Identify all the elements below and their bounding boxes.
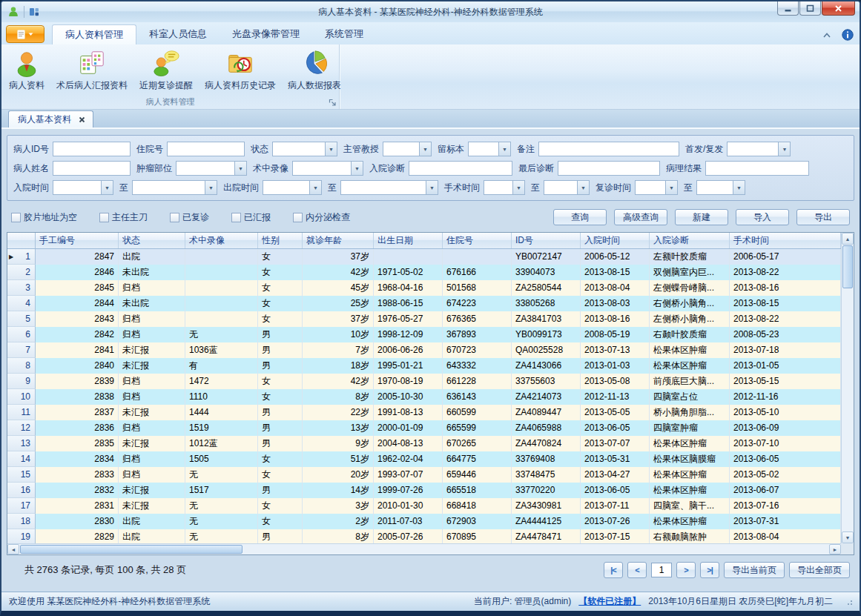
row-header[interactable]: 10 bbox=[7, 389, 36, 405]
table-row[interactable]: 42844未出院女25岁1988-06-15674223338052682013… bbox=[7, 296, 841, 311]
column-header-admit_diagnosis[interactable]: 入院诊断 bbox=[650, 233, 730, 248]
filter-surgery_video-select[interactable]: ▼ bbox=[292, 161, 363, 176]
dropdown-arrow-icon[interactable]: ▼ bbox=[419, 142, 431, 156]
title-bar[interactable]: 病人基本资料 - 某某医院神经外科-神经外科数据管理系统 bbox=[1, 1, 860, 22]
table-row[interactable]: 22846未出院女42岁1971-05-02676166339040732013… bbox=[7, 265, 841, 280]
dropdown-arrow-icon[interactable]: ▼ bbox=[498, 142, 510, 156]
filter-first_recur-select[interactable]: ▼ bbox=[727, 142, 791, 156]
dropdown-arrow-icon[interactable]: ▼ bbox=[577, 181, 589, 194]
ribbon-button-data-report[interactable]: 病人数据报表 bbox=[282, 46, 347, 93]
document-tab-active[interactable]: 病人基本资料 bbox=[8, 110, 93, 127]
dropdown-arrow-icon[interactable]: ▼ bbox=[101, 181, 113, 194]
export-all-pages-button[interactable]: 导出全部页 bbox=[789, 562, 850, 578]
dropdown-arrow-icon[interactable]: ▼ bbox=[733, 181, 745, 194]
dropdown-arrow-icon[interactable]: ▼ bbox=[778, 142, 790, 156]
column-header-gender[interactable]: 性别 bbox=[258, 233, 303, 248]
row-header[interactable]: 3 bbox=[7, 280, 36, 296]
filter-remark-input[interactable] bbox=[538, 142, 679, 156]
ribbon-tab[interactable]: 光盘录像带管理 bbox=[220, 24, 312, 44]
table-row[interactable]: 82840未汇报有男18岁1995-01-21643332ZA414306620… bbox=[7, 358, 841, 374]
row-header[interactable]: 7 bbox=[7, 342, 36, 358]
dialog-launcher-icon[interactable] bbox=[328, 98, 337, 107]
row-header[interactable]: 6 bbox=[7, 327, 36, 342]
row-header[interactable]: 16 bbox=[7, 483, 36, 498]
horizontal-scroll-track[interactable] bbox=[243, 544, 829, 554]
filter-admit_diagnosis-input[interactable] bbox=[409, 161, 512, 176]
filter-discharge_from-select[interactable]: ▼ bbox=[263, 180, 322, 195]
filter-pathology_result-input[interactable] bbox=[705, 161, 809, 176]
first-page-button[interactable]: |< bbox=[604, 562, 623, 578]
row-header[interactable]: 8 bbox=[7, 358, 36, 374]
row-header[interactable]: 11 bbox=[7, 405, 36, 420]
table-row[interactable]: 152833归档无女20岁1993-07-0765944633748475201… bbox=[7, 467, 841, 483]
table-row[interactable]: 92839归档1472女42岁1970-08-19661228337556032… bbox=[7, 374, 841, 389]
ribbon-button-postop-report[interactable]: 术后病人汇报资料 bbox=[50, 46, 133, 93]
filter-admit_from-select[interactable]: ▼ bbox=[53, 180, 113, 195]
export-current-page-button[interactable]: 导出当前页 bbox=[724, 562, 785, 578]
page-number-input[interactable] bbox=[651, 563, 672, 577]
filter-surgery_to-select[interactable]: ▼ bbox=[544, 180, 590, 195]
row-header[interactable]: 14 bbox=[7, 451, 36, 467]
row-header[interactable]: 5 bbox=[7, 311, 36, 327]
row-header[interactable]: 2 bbox=[7, 265, 36, 280]
table-row[interactable]: 172831未汇报无女3岁2010-01-30668418ZA343098120… bbox=[7, 498, 841, 514]
vertical-scroll-track[interactable] bbox=[842, 289, 854, 531]
table-row[interactable]: 162832未汇报1517男14岁1999-07-266655183377022… bbox=[7, 483, 841, 498]
horizontal-scrollbar[interactable]: ◄ ► bbox=[7, 543, 841, 554]
filter-checkbox[interactable]: 主任主刀 bbox=[99, 211, 148, 224]
checkbox-icon[interactable] bbox=[170, 213, 179, 222]
action-button[interactable]: 新建 bbox=[675, 209, 728, 225]
dropdown-arrow-icon[interactable]: ▼ bbox=[325, 142, 337, 156]
table-row[interactable]: 142834归档1505女51岁1962-02-0466477533769408… bbox=[7, 451, 841, 467]
filter-checkbox[interactable]: 胶片地址为空 bbox=[11, 211, 77, 224]
collapse-ribbon-icon[interactable] bbox=[822, 32, 831, 39]
help-info-icon[interactable] bbox=[842, 29, 854, 41]
action-button[interactable]: 查询 bbox=[553, 209, 607, 225]
filter-patient_id-input[interactable] bbox=[53, 142, 131, 156]
checkbox-icon[interactable] bbox=[231, 213, 241, 222]
filter-patient_name-input[interactable] bbox=[53, 161, 131, 176]
filter-surgery_from-select[interactable]: ▼ bbox=[484, 180, 525, 195]
filter-revisit_to-select[interactable]: ▼ bbox=[696, 180, 745, 195]
row-header[interactable]: 17 bbox=[7, 498, 36, 514]
resize-grip[interactable] bbox=[846, 599, 852, 605]
filter-checkbox[interactable]: 内分泌检查 bbox=[293, 211, 350, 224]
table-row[interactable]: 32845归档女45岁1968-04-16501568ZA25805442013… bbox=[7, 280, 841, 296]
filter-professor-select[interactable]: ▼ bbox=[383, 142, 432, 156]
ribbon-button-history-record[interactable]: 病人资料历史记录 bbox=[199, 46, 282, 93]
ribbon-button-patient-data[interactable]: 病人资料 bbox=[3, 46, 50, 93]
filter-specimen-select[interactable]: ▼ bbox=[468, 142, 511, 156]
filter-admit_to-select[interactable]: ▼ bbox=[132, 180, 217, 195]
filter-status-select[interactable]: ▼ bbox=[272, 142, 337, 156]
ribbon-button-revisit-reminder[interactable]: 近期复诊提醒 bbox=[133, 46, 199, 93]
table-row[interactable]: 62842归档无男10岁1998-12-09367893YB0099173200… bbox=[7, 327, 841, 342]
column-header-id_no[interactable]: ID号 bbox=[512, 233, 581, 248]
checkbox-icon[interactable] bbox=[11, 213, 21, 222]
table-row[interactable]: 112837未汇报1444男22岁1991-08-13660599ZA40894… bbox=[7, 405, 841, 420]
column-header-manual_no[interactable]: 手工编号 bbox=[36, 233, 119, 248]
checkbox-icon[interactable] bbox=[99, 213, 109, 222]
action-button[interactable]: 导出 bbox=[796, 209, 850, 225]
quick-access-layout-icon[interactable] bbox=[29, 7, 39, 17]
row-header[interactable]: 12 bbox=[7, 420, 36, 436]
filter-revisit_from-select[interactable]: ▼ bbox=[635, 180, 678, 195]
row-header[interactable]: 15 bbox=[7, 467, 36, 483]
column-header-birth_date[interactable]: 出生日期 bbox=[374, 233, 443, 248]
filter-checkbox[interactable]: 已汇报 bbox=[231, 211, 271, 224]
filter-admission_no-input[interactable] bbox=[167, 142, 245, 156]
dropdown-arrow-icon[interactable]: ▼ bbox=[426, 181, 438, 194]
table-row[interactable]: ▶12847出院女37岁YB00721472006-05-12左额叶胶质瘤200… bbox=[7, 249, 841, 265]
row-header[interactable]: 13 bbox=[7, 436, 36, 451]
row-header[interactable]: 9 bbox=[7, 374, 36, 389]
prev-page-button[interactable]: < bbox=[627, 562, 647, 578]
ribbon-tab[interactable]: 病人资料管理 bbox=[52, 24, 136, 44]
column-header-status[interactable]: 状态 bbox=[119, 233, 185, 248]
dropdown-arrow-icon[interactable]: ▼ bbox=[234, 162, 246, 175]
vertical-scroll-thumb[interactable] bbox=[842, 245, 853, 288]
checkbox-icon[interactable] bbox=[293, 213, 303, 222]
next-page-button[interactable]: > bbox=[676, 562, 696, 578]
dropdown-arrow-icon[interactable]: ▼ bbox=[205, 181, 217, 194]
row-header[interactable]: 18 bbox=[7, 514, 36, 529]
table-row[interactable]: 132835未汇报1012蓝男9岁2004-08-13670265ZA44708… bbox=[7, 436, 841, 451]
filter-checkbox[interactable]: 已复诊 bbox=[170, 211, 209, 224]
